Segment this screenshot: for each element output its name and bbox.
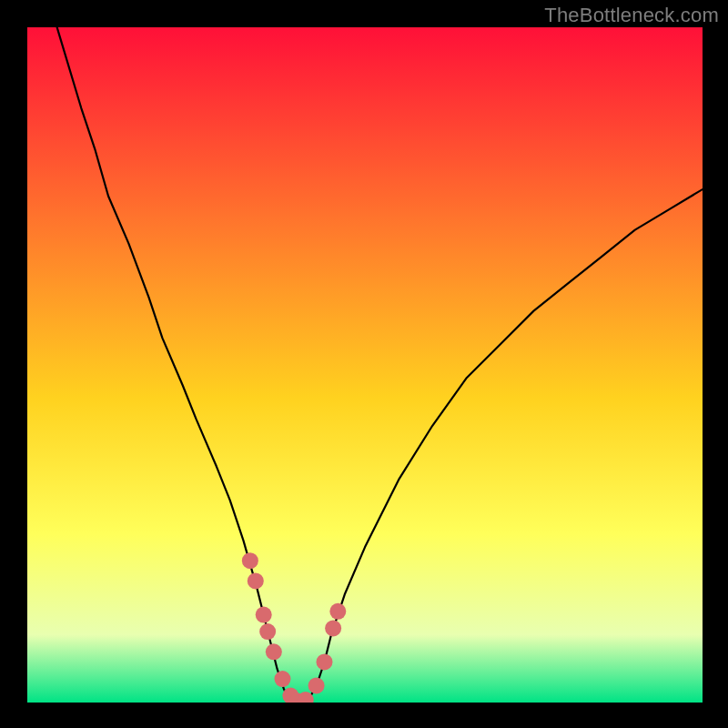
highlight-dot <box>266 643 282 660</box>
bottleneck-chart <box>0 0 728 728</box>
highlight-dot <box>259 623 276 640</box>
highlight-dot <box>248 572 264 589</box>
highlight-dot <box>256 607 272 623</box>
plot-background <box>27 27 703 703</box>
chart-stage: TheBottleneck.com <box>0 0 728 728</box>
highlight-dot <box>242 552 258 569</box>
highlight-dot <box>308 677 325 693</box>
highlight-dot <box>274 671 290 687</box>
highlight-dot <box>325 620 341 636</box>
watermark-text: TheBottleneck.com <box>544 4 719 27</box>
highlight-dot <box>316 653 332 670</box>
highlight-dot <box>329 603 346 620</box>
